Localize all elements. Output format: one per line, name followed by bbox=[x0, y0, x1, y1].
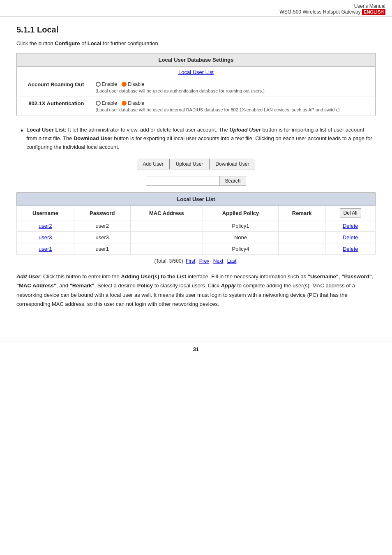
intro-text-1: Click the button bbox=[16, 40, 55, 46]
pagination-next[interactable]: Next bbox=[213, 258, 224, 264]
delete-link[interactable]: Delete bbox=[343, 234, 358, 240]
header-line2: WSG-500 Wireless Hotspot Gateway ENGLISH bbox=[7, 9, 385, 15]
dot1x-auth-row: 802.1X Authentication Enable Disable (Lo… bbox=[17, 97, 376, 116]
delete-cell: Delete bbox=[325, 232, 376, 243]
dot1x-enable[interactable]: Enable bbox=[96, 100, 117, 106]
delete-link[interactable]: Delete bbox=[343, 246, 358, 252]
table-row: user1 user1 Policy4 Delete bbox=[17, 243, 376, 255]
disable-label: Disable bbox=[128, 81, 144, 87]
password-cell: user2 bbox=[74, 220, 130, 232]
header-line1: User's Manual bbox=[7, 3, 385, 9]
remark-cell bbox=[279, 232, 325, 243]
user-list-header-row: Local User List bbox=[17, 193, 376, 206]
dot1x-auth-label: 802.1X Authentication bbox=[17, 97, 91, 116]
table-row: user2 user2 Policy1 Delete bbox=[17, 220, 376, 232]
col-mac: MAC Address bbox=[130, 206, 203, 220]
download-user-button[interactable]: Download User bbox=[209, 159, 255, 169]
bullet-upload: Upload User bbox=[229, 127, 261, 133]
desc-apply-bold: Apply bbox=[221, 282, 235, 289]
user-list-title: Local User List bbox=[17, 193, 376, 206]
desc-italic-apply: Apply bbox=[221, 282, 235, 289]
upload-user-button[interactable]: Upload User bbox=[170, 159, 210, 169]
local-user-list-link[interactable]: Local User List bbox=[178, 69, 214, 75]
delete-cell: Delete bbox=[325, 220, 376, 232]
pagination-first[interactable]: First bbox=[186, 258, 195, 264]
pagination-last[interactable]: Last bbox=[227, 258, 237, 264]
user-list-col-header: Username Password MAC Address Applied Po… bbox=[17, 206, 376, 220]
mac-cell bbox=[130, 243, 203, 255]
dot1x-auth-value: Enable Disable (Local user database will… bbox=[91, 97, 376, 116]
intro-text-2: of bbox=[80, 40, 88, 46]
bullet-upload-italic: Upload User bbox=[229, 127, 261, 133]
del-all-button[interactable]: Del All bbox=[340, 208, 361, 217]
header-badge: ENGLISH bbox=[362, 9, 385, 15]
col-policy: Applied Policy bbox=[203, 206, 278, 220]
page-footer: 31 bbox=[0, 342, 392, 356]
account-roaming-hint: (Local user database will be used as aut… bbox=[96, 88, 371, 93]
username-cell[interactable]: user2 bbox=[17, 220, 74, 232]
desc-text6: . Select a desired bbox=[95, 282, 137, 289]
desc-bold5: "MAC Address" bbox=[16, 282, 56, 289]
desc-bold6: "Remark" bbox=[70, 282, 95, 289]
pagination: (Total: 3/500) First Prev Next Last bbox=[16, 258, 376, 264]
search-bar: Search bbox=[16, 176, 376, 186]
remark-cell bbox=[279, 220, 325, 232]
desc-text1: : Click this button to enter into the bbox=[40, 273, 121, 280]
desc-bold3: "Username" bbox=[308, 273, 339, 280]
intro-bold-configure: Configure bbox=[55, 40, 80, 46]
dot1x-disable-label: Disable bbox=[128, 100, 144, 106]
account-roaming-enable[interactable]: Enable bbox=[96, 81, 117, 87]
bullet-section: • Local User List: It let the administra… bbox=[21, 126, 376, 151]
policy-cell: Policy1 bbox=[203, 220, 278, 232]
policy-cell: Policy4 bbox=[203, 243, 278, 255]
user-list-table: Local User List Username Password MAC Ad… bbox=[16, 192, 376, 255]
password-cell: user3 bbox=[74, 232, 130, 243]
account-roaming-disable[interactable]: Disable bbox=[122, 81, 144, 87]
account-roaming-label: Account Roaming Out bbox=[17, 78, 91, 97]
policy-cell: None bbox=[203, 232, 278, 243]
mac-cell bbox=[130, 220, 203, 232]
page-header: User's Manual WSG-500 Wireless Hotspot G… bbox=[0, 0, 392, 17]
bullet-item: • Local User List: It let the administra… bbox=[21, 126, 376, 151]
username-cell[interactable]: user1 bbox=[17, 243, 74, 255]
delete-link[interactable]: Delete bbox=[343, 223, 358, 229]
username-cell[interactable]: user3 bbox=[17, 232, 74, 243]
desc-text4: , bbox=[372, 273, 374, 280]
user-rows: user2 user2 Policy1 Delete user3 user3 N… bbox=[17, 220, 376, 255]
bullet-label: Local User List: bbox=[26, 127, 67, 133]
account-roaming-value: Enable Disable (Local user database will… bbox=[91, 78, 376, 97]
enable-radio-circle bbox=[96, 82, 101, 87]
dot1x-enable-label: Enable bbox=[102, 100, 117, 106]
main-content: 5.1.1 Local Click the button Configure o… bbox=[0, 17, 392, 325]
desc-text5: , and bbox=[56, 282, 70, 289]
dot1x-enable-circle bbox=[96, 101, 101, 106]
account-roaming-radios: Enable Disable bbox=[96, 81, 371, 87]
intro-text-3: for further configuration. bbox=[101, 40, 160, 46]
pagination-total: (Total: 3/500) bbox=[154, 258, 183, 264]
pagination-prev[interactable]: Prev bbox=[199, 258, 210, 264]
mac-cell bbox=[130, 232, 203, 243]
button-bar: Add User Upload User Download User bbox=[16, 159, 376, 169]
settings-table-header: Local User Database Settings bbox=[17, 53, 376, 67]
disable-radio-circle bbox=[122, 82, 127, 87]
dot1x-disable[interactable]: Disable bbox=[122, 100, 144, 106]
enable-label: Enable bbox=[102, 81, 117, 87]
col-password: Password bbox=[74, 206, 130, 220]
password-cell: user1 bbox=[74, 243, 130, 255]
dot1x-auth-hint: (Local user database will be used as int… bbox=[96, 107, 371, 112]
account-roaming-row: Account Roaming Out Enable Disable (Loca… bbox=[17, 78, 376, 97]
delete-cell: Delete bbox=[325, 243, 376, 255]
add-user-button[interactable]: Add User bbox=[137, 159, 170, 169]
page-number: 31 bbox=[193, 346, 199, 352]
section-title: 5.1.1 Local bbox=[16, 25, 376, 35]
desc-bold7: Policy bbox=[137, 282, 153, 289]
bullet-text: Local User List: It let the administrato… bbox=[26, 126, 376, 151]
desc-bold2: Adding User(s) to the List bbox=[121, 273, 186, 280]
search-input[interactable] bbox=[146, 176, 220, 186]
search-button[interactable]: Search bbox=[220, 176, 246, 186]
local-user-link-row: Local User List bbox=[17, 67, 376, 78]
desc-text2: interface. Fill in the necessary informa… bbox=[186, 273, 308, 280]
dot1x-auth-radios: Enable Disable bbox=[96, 100, 371, 106]
settings-table: Local User Database Settings Local User … bbox=[16, 53, 376, 116]
description-text: Add User: Click this button to enter int… bbox=[16, 272, 376, 308]
